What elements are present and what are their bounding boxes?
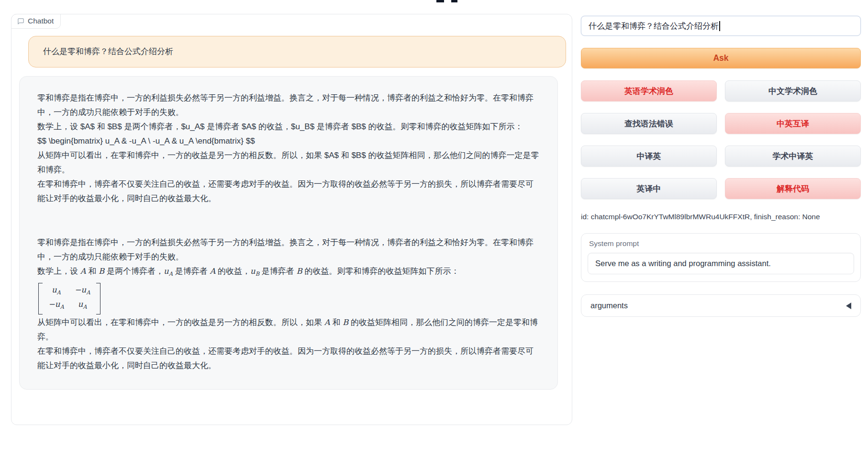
collapse-left-triangle-icon bbox=[846, 303, 851, 309]
btn-find-grammar-errors[interactable]: 查找语法错误 bbox=[581, 113, 717, 134]
bot-paragraph: 零和博弈是指在博弈中，一方的利益损失必然等于另一方的利益增益。换言之，对于每一种… bbox=[37, 236, 540, 264]
question-input[interactable]: 什么是零和博弈？结合公式介绍分析 bbox=[581, 16, 861, 36]
bot-paragraph: 从矩阵中可以看出，在零和博弈中，一方的收益是另一方的相反数。所以，如果 $A$ … bbox=[37, 148, 540, 177]
bot-paragraph: 在零和博弈中，博弈者不仅要关注自己的收益，还需要考虑对手的收益。因为一方取得的收… bbox=[37, 177, 540, 206]
payoff-matrix: uA −uA −uA uA bbox=[38, 283, 100, 314]
bot-paragraph-math: 从矩阵中可以看出，在零和博弈中，一方的收益是另一方的相反数。所以，如果 A 和 … bbox=[37, 315, 540, 344]
chat-bubble-icon bbox=[17, 18, 24, 25]
function-button-grid: 英语学术润色 中文学术润色 查找语法错误 中英互译 中译英 学术中译英 英译中 … bbox=[581, 80, 861, 199]
btn-chinese-academic-polish[interactable]: 中文学术润色 bbox=[725, 80, 861, 101]
btn-academic-zh-to-en[interactable]: 学术中译英 bbox=[725, 146, 861, 167]
system-prompt-input[interactable]: Serve me as a writing and programming as… bbox=[588, 253, 854, 274]
chatbot-panel: Chatbot 什么是零和博弈？结合公式介绍分析 零和博弈是指在博弈中，一方的利… bbox=[11, 14, 572, 425]
system-prompt-group: System prompt Serve me as a writing and … bbox=[581, 233, 861, 282]
system-prompt-label: System prompt bbox=[588, 239, 854, 248]
text-caret bbox=[719, 21, 720, 31]
clipped-page-title bbox=[433, 0, 495, 2]
bot-paragraph: 数学上，设 $A$ 和 $B$ 是两个博弈者，$u_A$ 是博弈者 $A$ 的收… bbox=[37, 120, 540, 134]
btn-en-to-zh[interactable]: 英译中 bbox=[581, 178, 717, 199]
btn-english-academic-polish[interactable]: 英语学术润色 bbox=[581, 80, 717, 101]
question-input-value: 什么是零和博弈？结合公式介绍分析 bbox=[589, 21, 719, 32]
completion-status-line: id: chatcmpl-6wOo7KrYTwMl89lbrMWRu4UkFFX… bbox=[581, 213, 861, 221]
user-message-text: 什么是零和博弈？结合公式介绍分析 bbox=[43, 47, 173, 56]
ask-button[interactable]: Ask bbox=[581, 48, 861, 68]
bot-paragraph-math: 数学上，设 A 和 B 是两个博弈者，uA 是博弈者 A 的收益，uB 是博弈者… bbox=[37, 264, 540, 281]
chatbot-label-text: Chatbot bbox=[28, 17, 54, 25]
bot-paragraph: 在零和博弈中，博弈者不仅要关注自己的收益，还需要考虑对手的收益。因为一方取得的收… bbox=[37, 344, 540, 373]
btn-zh-en-mutual-translate[interactable]: 中英互译 bbox=[725, 113, 861, 134]
bot-paragraph: 零和博弈是指在博弈中，一方的利益损失必然等于另一方的利益增益。换言之，对于每一种… bbox=[37, 91, 540, 120]
bot-message-raw: 零和博弈是指在博弈中，一方的利益损失必然等于另一方的利益增益。换言之，对于每一种… bbox=[37, 91, 540, 206]
chatbot-label: Chatbot bbox=[11, 14, 61, 29]
bot-latex-source: $$ \begin{bmatrix} u_A & -u_A \ -u_A & u… bbox=[37, 134, 540, 148]
bot-message-bubble: 零和博弈是指在博弈中，一方的利益损失必然等于另一方的利益增益。换言之，对于每一种… bbox=[19, 76, 558, 390]
bot-message-rendered: 零和博弈是指在博弈中，一方的利益损失必然等于另一方的利益增益。换言之，对于每一种… bbox=[37, 236, 540, 373]
arguments-accordion-label: arguments bbox=[590, 301, 628, 310]
control-panel: 什么是零和博弈？结合公式介绍分析 Ask 英语学术润色 中文学术润色 查找语法错… bbox=[581, 16, 861, 317]
btn-zh-to-en[interactable]: 中译英 bbox=[581, 146, 717, 167]
matrix-left-bracket bbox=[38, 283, 43, 314]
arguments-accordion-header[interactable]: arguments bbox=[581, 294, 861, 317]
btn-explain-code[interactable]: 解释代码 bbox=[725, 178, 861, 199]
matrix-right-bracket bbox=[96, 283, 100, 314]
user-message-bubble: 什么是零和博弈？结合公式介绍分析 bbox=[28, 36, 566, 67]
